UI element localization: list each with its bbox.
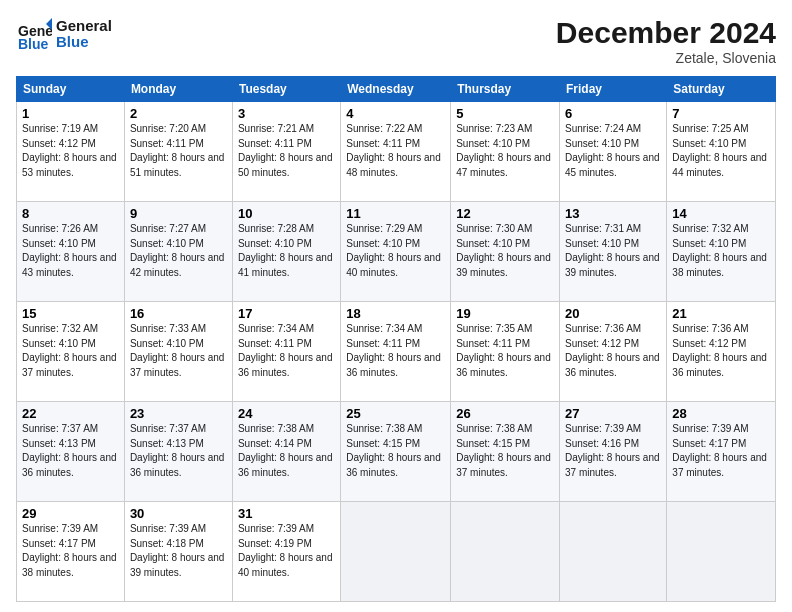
calendar-cell: 28Sunrise: 7:39 AMSunset: 4:17 PMDayligh… bbox=[667, 402, 776, 502]
header: General Blue General Blue December 2024 … bbox=[16, 16, 776, 66]
day-number: 20 bbox=[565, 306, 661, 321]
day-number: 2 bbox=[130, 106, 227, 121]
day-number: 31 bbox=[238, 506, 335, 521]
calendar-cell bbox=[451, 502, 560, 602]
calendar-cell: 10Sunrise: 7:28 AMSunset: 4:10 PMDayligh… bbox=[232, 202, 340, 302]
calendar-cell: 12Sunrise: 7:30 AMSunset: 4:10 PMDayligh… bbox=[451, 202, 560, 302]
calendar-cell: 23Sunrise: 7:37 AMSunset: 4:13 PMDayligh… bbox=[124, 402, 232, 502]
calendar-cell: 20Sunrise: 7:36 AMSunset: 4:12 PMDayligh… bbox=[560, 302, 667, 402]
day-info: Sunrise: 7:39 AMSunset: 4:18 PMDaylight:… bbox=[130, 522, 227, 580]
day-number: 14 bbox=[672, 206, 770, 221]
day-number: 6 bbox=[565, 106, 661, 121]
day-info: Sunrise: 7:38 AMSunset: 4:15 PMDaylight:… bbox=[456, 422, 554, 480]
day-number: 11 bbox=[346, 206, 445, 221]
day-number: 29 bbox=[22, 506, 119, 521]
calendar-cell: 2Sunrise: 7:20 AMSunset: 4:11 PMDaylight… bbox=[124, 102, 232, 202]
day-number: 7 bbox=[672, 106, 770, 121]
logo: General Blue General Blue bbox=[16, 16, 112, 52]
calendar-cell: 30Sunrise: 7:39 AMSunset: 4:18 PMDayligh… bbox=[124, 502, 232, 602]
day-info: Sunrise: 7:23 AMSunset: 4:10 PMDaylight:… bbox=[456, 122, 554, 180]
day-number: 19 bbox=[456, 306, 554, 321]
calendar-cell bbox=[560, 502, 667, 602]
day-info: Sunrise: 7:33 AMSunset: 4:10 PMDaylight:… bbox=[130, 322, 227, 380]
day-info: Sunrise: 7:21 AMSunset: 4:11 PMDaylight:… bbox=[238, 122, 335, 180]
page: General Blue General Blue December 2024 … bbox=[0, 0, 792, 612]
calendar-cell bbox=[667, 502, 776, 602]
calendar-week-row: 1Sunrise: 7:19 AMSunset: 4:12 PMDaylight… bbox=[17, 102, 776, 202]
day-number: 17 bbox=[238, 306, 335, 321]
calendar-cell bbox=[341, 502, 451, 602]
calendar-cell: 24Sunrise: 7:38 AMSunset: 4:14 PMDayligh… bbox=[232, 402, 340, 502]
day-info: Sunrise: 7:39 AMSunset: 4:16 PMDaylight:… bbox=[565, 422, 661, 480]
day-number: 27 bbox=[565, 406, 661, 421]
day-info: Sunrise: 7:39 AMSunset: 4:19 PMDaylight:… bbox=[238, 522, 335, 580]
logo-general: General bbox=[56, 18, 112, 35]
weekday-header: Friday bbox=[560, 77, 667, 102]
day-info: Sunrise: 7:32 AMSunset: 4:10 PMDaylight:… bbox=[22, 322, 119, 380]
calendar-week-row: 15Sunrise: 7:32 AMSunset: 4:10 PMDayligh… bbox=[17, 302, 776, 402]
calendar-cell: 27Sunrise: 7:39 AMSunset: 4:16 PMDayligh… bbox=[560, 402, 667, 502]
calendar-cell: 19Sunrise: 7:35 AMSunset: 4:11 PMDayligh… bbox=[451, 302, 560, 402]
calendar-cell: 21Sunrise: 7:36 AMSunset: 4:12 PMDayligh… bbox=[667, 302, 776, 402]
calendar-cell: 11Sunrise: 7:29 AMSunset: 4:10 PMDayligh… bbox=[341, 202, 451, 302]
day-number: 18 bbox=[346, 306, 445, 321]
day-info: Sunrise: 7:38 AMSunset: 4:15 PMDaylight:… bbox=[346, 422, 445, 480]
day-info: Sunrise: 7:26 AMSunset: 4:10 PMDaylight:… bbox=[22, 222, 119, 280]
day-number: 1 bbox=[22, 106, 119, 121]
day-info: Sunrise: 7:25 AMSunset: 4:10 PMDaylight:… bbox=[672, 122, 770, 180]
calendar-cell: 1Sunrise: 7:19 AMSunset: 4:12 PMDaylight… bbox=[17, 102, 125, 202]
calendar-cell: 29Sunrise: 7:39 AMSunset: 4:17 PMDayligh… bbox=[17, 502, 125, 602]
calendar-header-row: SundayMondayTuesdayWednesdayThursdayFrid… bbox=[17, 77, 776, 102]
day-info: Sunrise: 7:38 AMSunset: 4:14 PMDaylight:… bbox=[238, 422, 335, 480]
calendar-cell: 14Sunrise: 7:32 AMSunset: 4:10 PMDayligh… bbox=[667, 202, 776, 302]
day-info: Sunrise: 7:20 AMSunset: 4:11 PMDaylight:… bbox=[130, 122, 227, 180]
calendar-cell: 26Sunrise: 7:38 AMSunset: 4:15 PMDayligh… bbox=[451, 402, 560, 502]
day-info: Sunrise: 7:36 AMSunset: 4:12 PMDaylight:… bbox=[672, 322, 770, 380]
day-number: 22 bbox=[22, 406, 119, 421]
day-info: Sunrise: 7:22 AMSunset: 4:11 PMDaylight:… bbox=[346, 122, 445, 180]
weekday-header: Monday bbox=[124, 77, 232, 102]
calendar-cell: 9Sunrise: 7:27 AMSunset: 4:10 PMDaylight… bbox=[124, 202, 232, 302]
day-number: 26 bbox=[456, 406, 554, 421]
calendar-cell: 22Sunrise: 7:37 AMSunset: 4:13 PMDayligh… bbox=[17, 402, 125, 502]
day-info: Sunrise: 7:19 AMSunset: 4:12 PMDaylight:… bbox=[22, 122, 119, 180]
calendar-cell: 18Sunrise: 7:34 AMSunset: 4:11 PMDayligh… bbox=[341, 302, 451, 402]
day-number: 21 bbox=[672, 306, 770, 321]
day-number: 5 bbox=[456, 106, 554, 121]
calendar-table: SundayMondayTuesdayWednesdayThursdayFrid… bbox=[16, 76, 776, 602]
calendar-cell: 13Sunrise: 7:31 AMSunset: 4:10 PMDayligh… bbox=[560, 202, 667, 302]
day-info: Sunrise: 7:27 AMSunset: 4:10 PMDaylight:… bbox=[130, 222, 227, 280]
calendar-cell: 7Sunrise: 7:25 AMSunset: 4:10 PMDaylight… bbox=[667, 102, 776, 202]
day-number: 30 bbox=[130, 506, 227, 521]
day-info: Sunrise: 7:24 AMSunset: 4:10 PMDaylight:… bbox=[565, 122, 661, 180]
day-info: Sunrise: 7:36 AMSunset: 4:12 PMDaylight:… bbox=[565, 322, 661, 380]
calendar-week-row: 29Sunrise: 7:39 AMSunset: 4:17 PMDayligh… bbox=[17, 502, 776, 602]
calendar-cell: 15Sunrise: 7:32 AMSunset: 4:10 PMDayligh… bbox=[17, 302, 125, 402]
calendar-cell: 17Sunrise: 7:34 AMSunset: 4:11 PMDayligh… bbox=[232, 302, 340, 402]
day-number: 25 bbox=[346, 406, 445, 421]
day-number: 4 bbox=[346, 106, 445, 121]
calendar-cell: 4Sunrise: 7:22 AMSunset: 4:11 PMDaylight… bbox=[341, 102, 451, 202]
calendar-week-row: 22Sunrise: 7:37 AMSunset: 4:13 PMDayligh… bbox=[17, 402, 776, 502]
svg-text:Blue: Blue bbox=[18, 36, 49, 52]
logo-icon: General Blue bbox=[16, 16, 52, 52]
day-number: 10 bbox=[238, 206, 335, 221]
day-info: Sunrise: 7:34 AMSunset: 4:11 PMDaylight:… bbox=[346, 322, 445, 380]
title-block: December 2024 Zetale, Slovenia bbox=[556, 16, 776, 66]
calendar-cell: 6Sunrise: 7:24 AMSunset: 4:10 PMDaylight… bbox=[560, 102, 667, 202]
day-number: 28 bbox=[672, 406, 770, 421]
weekday-header: Wednesday bbox=[341, 77, 451, 102]
weekday-header: Saturday bbox=[667, 77, 776, 102]
day-number: 8 bbox=[22, 206, 119, 221]
day-number: 9 bbox=[130, 206, 227, 221]
day-info: Sunrise: 7:34 AMSunset: 4:11 PMDaylight:… bbox=[238, 322, 335, 380]
calendar-cell: 3Sunrise: 7:21 AMSunset: 4:11 PMDaylight… bbox=[232, 102, 340, 202]
day-number: 13 bbox=[565, 206, 661, 221]
calendar-cell: 16Sunrise: 7:33 AMSunset: 4:10 PMDayligh… bbox=[124, 302, 232, 402]
day-info: Sunrise: 7:35 AMSunset: 4:11 PMDaylight:… bbox=[456, 322, 554, 380]
logo-blue: Blue bbox=[56, 34, 112, 51]
day-number: 23 bbox=[130, 406, 227, 421]
weekday-header: Sunday bbox=[17, 77, 125, 102]
day-info: Sunrise: 7:39 AMSunset: 4:17 PMDaylight:… bbox=[22, 522, 119, 580]
calendar-week-row: 8Sunrise: 7:26 AMSunset: 4:10 PMDaylight… bbox=[17, 202, 776, 302]
